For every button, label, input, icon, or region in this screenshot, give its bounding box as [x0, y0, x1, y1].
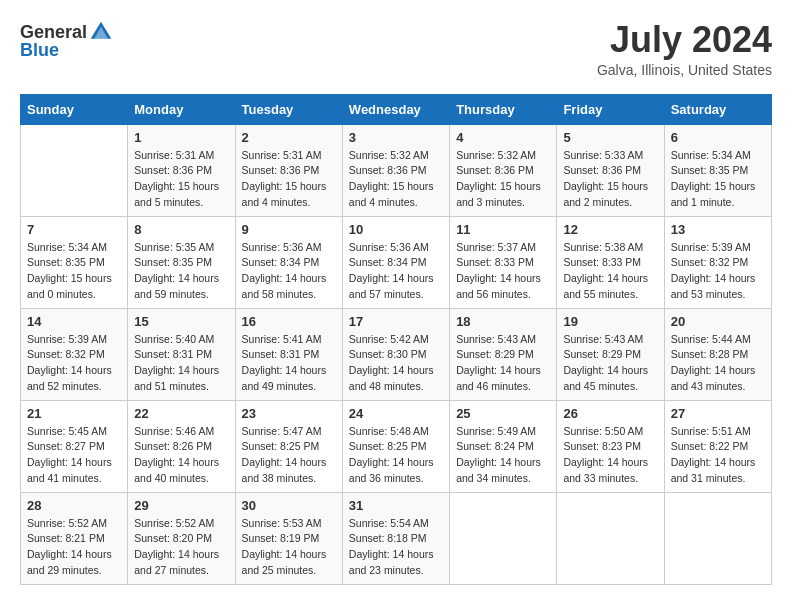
day-info: Sunrise: 5:39 AMSunset: 8:32 PMDaylight:…: [671, 240, 765, 303]
day-number: 9: [242, 222, 336, 237]
calendar-table: SundayMondayTuesdayWednesdayThursdayFrid…: [20, 94, 772, 585]
calendar-cell: 7Sunrise: 5:34 AMSunset: 8:35 PMDaylight…: [21, 216, 128, 308]
calendar-cell: 22Sunrise: 5:46 AMSunset: 8:26 PMDayligh…: [128, 400, 235, 492]
calendar-cell: [664, 492, 771, 584]
calendar-cell: 30Sunrise: 5:53 AMSunset: 8:19 PMDayligh…: [235, 492, 342, 584]
location-subtitle: Galva, Illinois, United States: [597, 62, 772, 78]
day-info: Sunrise: 5:33 AMSunset: 8:36 PMDaylight:…: [563, 148, 657, 211]
day-info: Sunrise: 5:31 AMSunset: 8:36 PMDaylight:…: [242, 148, 336, 211]
day-number: 29: [134, 498, 228, 513]
day-number: 28: [27, 498, 121, 513]
calendar-cell: 3Sunrise: 5:32 AMSunset: 8:36 PMDaylight…: [342, 124, 449, 216]
day-number: 27: [671, 406, 765, 421]
day-info: Sunrise: 5:42 AMSunset: 8:30 PMDaylight:…: [349, 332, 443, 395]
calendar-cell: [450, 492, 557, 584]
day-info: Sunrise: 5:51 AMSunset: 8:22 PMDaylight:…: [671, 424, 765, 487]
day-info: Sunrise: 5:52 AMSunset: 8:21 PMDaylight:…: [27, 516, 121, 579]
calendar-cell: 17Sunrise: 5:42 AMSunset: 8:30 PMDayligh…: [342, 308, 449, 400]
day-info: Sunrise: 5:35 AMSunset: 8:35 PMDaylight:…: [134, 240, 228, 303]
calendar-cell: 10Sunrise: 5:36 AMSunset: 8:34 PMDayligh…: [342, 216, 449, 308]
header-thursday: Thursday: [450, 94, 557, 124]
day-number: 11: [456, 222, 550, 237]
header-tuesday: Tuesday: [235, 94, 342, 124]
day-number: 23: [242, 406, 336, 421]
calendar-cell: 11Sunrise: 5:37 AMSunset: 8:33 PMDayligh…: [450, 216, 557, 308]
day-info: Sunrise: 5:39 AMSunset: 8:32 PMDaylight:…: [27, 332, 121, 395]
calendar-cell: [557, 492, 664, 584]
day-info: Sunrise: 5:49 AMSunset: 8:24 PMDaylight:…: [456, 424, 550, 487]
day-number: 2: [242, 130, 336, 145]
week-row-5: 28Sunrise: 5:52 AMSunset: 8:21 PMDayligh…: [21, 492, 772, 584]
day-number: 21: [27, 406, 121, 421]
day-number: 5: [563, 130, 657, 145]
calendar-cell: 26Sunrise: 5:50 AMSunset: 8:23 PMDayligh…: [557, 400, 664, 492]
day-info: Sunrise: 5:31 AMSunset: 8:36 PMDaylight:…: [134, 148, 228, 211]
week-row-2: 7Sunrise: 5:34 AMSunset: 8:35 PMDaylight…: [21, 216, 772, 308]
calendar-cell: 16Sunrise: 5:41 AMSunset: 8:31 PMDayligh…: [235, 308, 342, 400]
day-info: Sunrise: 5:53 AMSunset: 8:19 PMDaylight:…: [242, 516, 336, 579]
calendar-cell: 20Sunrise: 5:44 AMSunset: 8:28 PMDayligh…: [664, 308, 771, 400]
day-number: 31: [349, 498, 443, 513]
day-info: Sunrise: 5:54 AMSunset: 8:18 PMDaylight:…: [349, 516, 443, 579]
page-header: General Blue July 2024 Galva, Illinois, …: [20, 20, 772, 78]
day-number: 6: [671, 130, 765, 145]
day-info: Sunrise: 5:46 AMSunset: 8:26 PMDaylight:…: [134, 424, 228, 487]
day-number: 26: [563, 406, 657, 421]
day-info: Sunrise: 5:32 AMSunset: 8:36 PMDaylight:…: [349, 148, 443, 211]
calendar-cell: 27Sunrise: 5:51 AMSunset: 8:22 PMDayligh…: [664, 400, 771, 492]
day-number: 1: [134, 130, 228, 145]
day-number: 18: [456, 314, 550, 329]
day-number: 13: [671, 222, 765, 237]
calendar-cell: 24Sunrise: 5:48 AMSunset: 8:25 PMDayligh…: [342, 400, 449, 492]
calendar-cell: 13Sunrise: 5:39 AMSunset: 8:32 PMDayligh…: [664, 216, 771, 308]
week-row-1: 1Sunrise: 5:31 AMSunset: 8:36 PMDaylight…: [21, 124, 772, 216]
header-saturday: Saturday: [664, 94, 771, 124]
header-sunday: Sunday: [21, 94, 128, 124]
day-info: Sunrise: 5:48 AMSunset: 8:25 PMDaylight:…: [349, 424, 443, 487]
day-number: 30: [242, 498, 336, 513]
day-number: 22: [134, 406, 228, 421]
day-number: 19: [563, 314, 657, 329]
week-row-4: 21Sunrise: 5:45 AMSunset: 8:27 PMDayligh…: [21, 400, 772, 492]
day-number: 20: [671, 314, 765, 329]
calendar-cell: 25Sunrise: 5:49 AMSunset: 8:24 PMDayligh…: [450, 400, 557, 492]
calendar-cell: 2Sunrise: 5:31 AMSunset: 8:36 PMDaylight…: [235, 124, 342, 216]
day-info: Sunrise: 5:50 AMSunset: 8:23 PMDaylight:…: [563, 424, 657, 487]
logo: General Blue: [20, 20, 113, 61]
month-year-title: July 2024: [597, 20, 772, 60]
header-friday: Friday: [557, 94, 664, 124]
header-monday: Monday: [128, 94, 235, 124]
day-number: 12: [563, 222, 657, 237]
day-info: Sunrise: 5:36 AMSunset: 8:34 PMDaylight:…: [242, 240, 336, 303]
calendar-cell: 15Sunrise: 5:40 AMSunset: 8:31 PMDayligh…: [128, 308, 235, 400]
day-number: 14: [27, 314, 121, 329]
day-info: Sunrise: 5:45 AMSunset: 8:27 PMDaylight:…: [27, 424, 121, 487]
day-info: Sunrise: 5:43 AMSunset: 8:29 PMDaylight:…: [563, 332, 657, 395]
day-number: 10: [349, 222, 443, 237]
title-block: July 2024 Galva, Illinois, United States: [597, 20, 772, 78]
day-info: Sunrise: 5:43 AMSunset: 8:29 PMDaylight:…: [456, 332, 550, 395]
week-row-3: 14Sunrise: 5:39 AMSunset: 8:32 PMDayligh…: [21, 308, 772, 400]
day-number: 16: [242, 314, 336, 329]
day-number: 8: [134, 222, 228, 237]
calendar-cell: 21Sunrise: 5:45 AMSunset: 8:27 PMDayligh…: [21, 400, 128, 492]
day-number: 3: [349, 130, 443, 145]
day-info: Sunrise: 5:40 AMSunset: 8:31 PMDaylight:…: [134, 332, 228, 395]
calendar-cell: 14Sunrise: 5:39 AMSunset: 8:32 PMDayligh…: [21, 308, 128, 400]
logo-blue-text: Blue: [20, 40, 59, 61]
calendar-cell: 28Sunrise: 5:52 AMSunset: 8:21 PMDayligh…: [21, 492, 128, 584]
day-info: Sunrise: 5:34 AMSunset: 8:35 PMDaylight:…: [671, 148, 765, 211]
calendar-cell: 1Sunrise: 5:31 AMSunset: 8:36 PMDaylight…: [128, 124, 235, 216]
day-info: Sunrise: 5:52 AMSunset: 8:20 PMDaylight:…: [134, 516, 228, 579]
calendar-header-row: SundayMondayTuesdayWednesdayThursdayFrid…: [21, 94, 772, 124]
day-info: Sunrise: 5:37 AMSunset: 8:33 PMDaylight:…: [456, 240, 550, 303]
calendar-cell: 6Sunrise: 5:34 AMSunset: 8:35 PMDaylight…: [664, 124, 771, 216]
day-number: 4: [456, 130, 550, 145]
day-number: 17: [349, 314, 443, 329]
header-wednesday: Wednesday: [342, 94, 449, 124]
calendar-cell: 19Sunrise: 5:43 AMSunset: 8:29 PMDayligh…: [557, 308, 664, 400]
calendar-cell: 5Sunrise: 5:33 AMSunset: 8:36 PMDaylight…: [557, 124, 664, 216]
day-info: Sunrise: 5:36 AMSunset: 8:34 PMDaylight:…: [349, 240, 443, 303]
calendar-cell: 23Sunrise: 5:47 AMSunset: 8:25 PMDayligh…: [235, 400, 342, 492]
logo-icon: [89, 20, 113, 44]
